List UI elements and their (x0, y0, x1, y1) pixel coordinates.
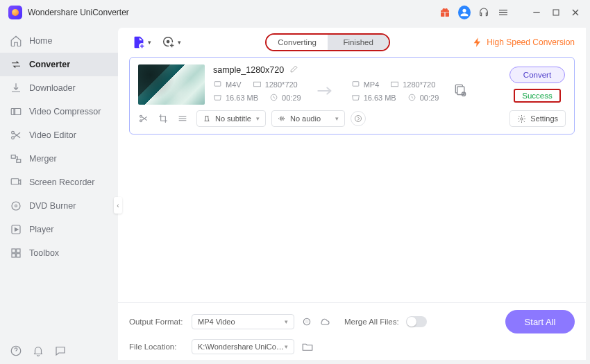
svg-rect-5 (11, 155, 15, 159)
sidebar-label: Merger (29, 154, 57, 164)
sidebar-collapse-handle[interactable]: ‹ (114, 197, 122, 214)
play-icon (10, 223, 22, 236)
file-location-select[interactable]: K:\Wondershare UniConverter▾ (192, 339, 294, 354)
sidebar-label: DVD Burner (29, 201, 76, 211)
trim-icon[interactable] (138, 113, 149, 124)
settings-label: Settings (530, 114, 558, 123)
recorder-icon (10, 176, 22, 189)
chevron-down-icon: ▾ (285, 343, 288, 350)
add-file-button[interactable]: ▾ (129, 33, 153, 52)
output-format-select[interactable]: MP4 Video▾ (192, 314, 294, 329)
chevron-down-icon: ▾ (148, 39, 151, 46)
convert-button[interactable]: Convert (509, 67, 565, 83)
chevron-down-icon: ▾ (178, 39, 181, 46)
sidebar-item-home[interactable]: Home (0, 29, 118, 53)
tab-label: Finished (343, 38, 373, 46)
size-icon (213, 93, 222, 102)
svg-rect-1 (553, 10, 559, 15)
help-icon[interactable] (10, 345, 22, 357)
home-icon (10, 35, 22, 47)
gpu-accel-icon[interactable] (301, 316, 312, 327)
file-name: sample_1280x720 (213, 65, 284, 75)
crop-icon[interactable] (158, 113, 169, 124)
status-label: Success (522, 92, 552, 100)
output-options-icon[interactable] (453, 83, 470, 99)
audio-icon (278, 114, 286, 123)
user-avatar-icon[interactable] (458, 6, 471, 19)
headset-icon[interactable] (478, 6, 490, 19)
sidebar-label: Home (29, 36, 52, 46)
app-logo (8, 6, 22, 19)
close-icon[interactable] (569, 6, 582, 19)
cloud-icon[interactable] (319, 316, 330, 327)
clock-icon (407, 93, 416, 102)
open-folder-icon[interactable] (301, 340, 314, 353)
scissors-icon (10, 129, 22, 141)
sidebar-item-merger[interactable]: Merger (0, 147, 118, 171)
svg-point-18 (167, 40, 169, 42)
gift-icon[interactable] (439, 6, 451, 19)
sidebar-label: Downloader (29, 83, 76, 93)
merge-toggle[interactable] (406, 316, 427, 327)
sidebar-footer (0, 338, 118, 364)
sidebar-item-editor[interactable]: Video Editor (0, 123, 118, 147)
src-duration: 00:29 (282, 94, 301, 102)
svg-point-32 (521, 117, 523, 119)
sidebar-label: Converter (29, 60, 70, 69)
dst-duration: 00:29 (420, 94, 439, 102)
svg-point-9 (15, 205, 17, 207)
sidebar-item-recorder[interactable]: Screen Recorder (0, 171, 118, 194)
sidebar-label: Player (29, 225, 53, 234)
dvd-icon (10, 200, 22, 212)
file-location-label: File Location: (129, 343, 185, 351)
tab-finished[interactable]: Finished (328, 35, 389, 50)
gear-icon (517, 114, 526, 123)
start-all-button[interactable]: Start All (505, 310, 575, 333)
download-icon (10, 82, 22, 94)
maximize-icon[interactable] (550, 6, 562, 19)
resolution-icon (253, 80, 262, 89)
topbar: ▾ ▾ Converting Finished High Speed Conve… (118, 28, 586, 57)
svg-rect-21 (253, 82, 260, 87)
feedback-icon[interactable] (54, 345, 67, 357)
bottombar: Output Format: MP4 Video▾ Merge All File… (118, 302, 586, 360)
rename-icon[interactable] (289, 64, 298, 76)
add-disc-button[interactable]: ▾ (159, 33, 183, 52)
speed-button[interactable] (351, 111, 366, 126)
clock-icon (269, 93, 278, 102)
svg-rect-2 (11, 109, 21, 115)
file-location-value: K:\Wondershare UniConverter (198, 343, 285, 351)
svg-rect-12 (17, 249, 20, 252)
effects-icon[interactable] (177, 113, 188, 124)
chevron-down-icon: ▾ (335, 115, 339, 122)
audio-value: No audio (290, 114, 321, 123)
sidebar-item-converter[interactable]: Converter (0, 53, 118, 76)
sidebar-item-toolbox[interactable]: Toolbox (0, 241, 118, 265)
video-thumbnail[interactable] (138, 64, 205, 105)
sidebar-label: Screen Recorder (29, 177, 95, 187)
tab-converting[interactable]: Converting (267, 35, 328, 50)
bell-icon[interactable] (32, 345, 44, 357)
minimize-icon[interactable] (530, 6, 543, 19)
hamburger-menu-icon[interactable] (497, 6, 509, 19)
format-icon (213, 80, 222, 89)
sidebar-item-compressor[interactable]: Video Compressor (0, 100, 118, 123)
item-settings-button[interactable]: Settings (509, 110, 566, 127)
sidebar-item-player[interactable]: Player (0, 218, 118, 241)
merger-icon (10, 153, 22, 165)
app-title: Wondershare UniConverter (28, 8, 129, 17)
compressor-icon (10, 105, 22, 118)
sidebar-item-downloader[interactable]: Downloader (0, 76, 118, 100)
svg-rect-13 (12, 254, 15, 257)
tab-label: Converting (278, 38, 317, 46)
svg-point-30 (140, 120, 142, 122)
audio-select[interactable]: No audio ▾ (271, 110, 345, 127)
format-icon (351, 80, 360, 89)
toolbox-icon (10, 247, 22, 259)
convert-label: Convert (523, 71, 551, 79)
subtitle-icon (203, 114, 211, 123)
high-speed-conversion-button[interactable]: High Speed Conversion (472, 37, 575, 48)
sidebar-item-dvd[interactable]: DVD Burner (0, 194, 118, 218)
subtitle-select[interactable]: No subtitle ▾ (196, 110, 266, 127)
svg-rect-14 (17, 254, 20, 257)
